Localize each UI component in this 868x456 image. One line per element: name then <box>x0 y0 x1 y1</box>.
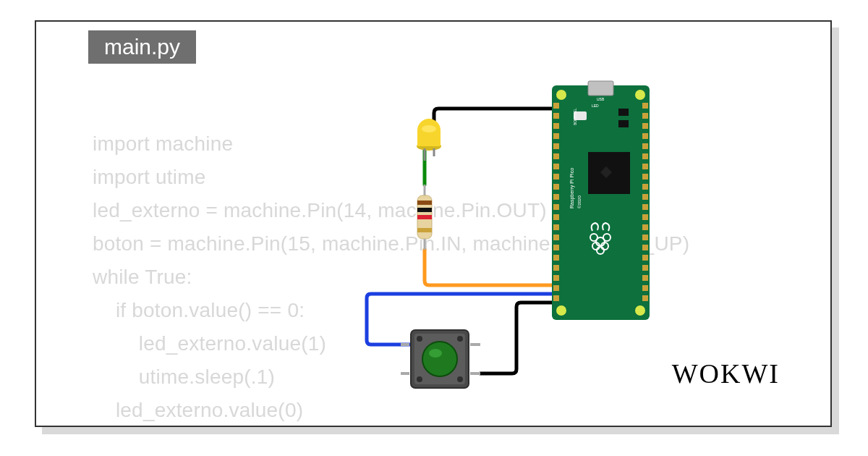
svg-rect-28 <box>642 123 648 129</box>
svg-rect-36 <box>642 204 648 210</box>
code-line-5: while True: <box>93 266 192 288</box>
code-line-9: led_externo.value(0) <box>93 399 303 421</box>
svg-rect-1 <box>588 81 613 96</box>
svg-rect-20 <box>553 245 559 250</box>
svg-rect-44 <box>642 285 648 291</box>
svg-point-78 <box>417 336 422 342</box>
svg-rect-43 <box>642 275 648 281</box>
raspberry-pi-pico[interactable]: Raspberry Pi Pico ©2020 BOOTSEL LED USB <box>552 81 650 320</box>
svg-text:LED: LED <box>592 104 599 108</box>
push-button[interactable] <box>401 330 480 388</box>
svg-rect-48 <box>618 120 629 127</box>
svg-point-79 <box>457 336 463 342</box>
wire-black-btn <box>480 303 552 373</box>
svg-rect-18 <box>553 224 559 230</box>
brand-text: WOKWI <box>672 358 780 389</box>
brand-logo: WOKWI <box>672 358 780 389</box>
code-line-2: import utime <box>93 166 205 188</box>
svg-point-80 <box>417 376 422 382</box>
svg-point-84 <box>429 349 442 358</box>
svg-rect-21 <box>553 255 559 261</box>
file-tab[interactable]: main.py <box>88 30 196 64</box>
svg-rect-34 <box>642 184 648 190</box>
wire-orange-gp14 <box>425 250 552 285</box>
svg-rect-38 <box>642 224 648 230</box>
svg-rect-8 <box>553 123 559 129</box>
filename-label: main.py <box>104 35 180 59</box>
svg-rect-13 <box>553 174 559 180</box>
yellow-led[interactable] <box>417 119 441 161</box>
svg-rect-68 <box>417 208 432 212</box>
svg-text:BOOTSEL: BOOTSEL <box>573 108 577 125</box>
svg-point-81 <box>457 376 463 382</box>
svg-point-3 <box>635 90 645 100</box>
svg-rect-25 <box>553 295 559 301</box>
code-line-7: led_externo.value(1) <box>93 332 326 355</box>
svg-rect-30 <box>642 143 648 149</box>
svg-rect-32 <box>642 164 648 169</box>
svg-rect-70 <box>417 228 432 232</box>
svg-rect-16 <box>553 204 559 210</box>
svg-text:USB: USB <box>597 97 605 101</box>
svg-rect-26 <box>642 103 648 109</box>
svg-text:Raspberry Pi Pico: Raspberry Pi Pico <box>569 168 575 208</box>
svg-rect-47 <box>618 109 629 116</box>
svg-point-4 <box>556 305 566 316</box>
svg-rect-31 <box>642 153 648 159</box>
svg-rect-17 <box>553 214 559 220</box>
svg-rect-0 <box>552 85 650 320</box>
resistor[interactable] <box>417 185 432 250</box>
svg-rect-6 <box>553 103 559 109</box>
svg-rect-9 <box>553 133 559 139</box>
svg-rect-33 <box>642 174 648 180</box>
svg-rect-69 <box>417 215 432 219</box>
svg-text:©2020: ©2020 <box>577 195 582 208</box>
svg-rect-35 <box>642 194 648 200</box>
svg-rect-27 <box>642 113 648 119</box>
svg-rect-29 <box>642 133 648 139</box>
svg-rect-24 <box>553 285 559 291</box>
code-line-6: if boton.value() == 0: <box>93 299 305 321</box>
circuit-diagram: Raspberry Pi Pico ©2020 BOOTSEL LED USB <box>326 80 731 398</box>
svg-point-2 <box>556 90 566 100</box>
svg-rect-14 <box>553 184 559 190</box>
svg-rect-15 <box>553 194 559 200</box>
code-line-8: utime.sleep(.1) <box>93 366 275 388</box>
svg-point-62 <box>422 125 436 132</box>
svg-point-5 <box>635 305 645 316</box>
svg-rect-10 <box>553 143 559 149</box>
svg-rect-12 <box>553 164 559 169</box>
svg-rect-11 <box>553 153 559 159</box>
svg-rect-23 <box>553 275 559 281</box>
svg-rect-7 <box>553 113 559 119</box>
wire-black-gnd <box>434 109 552 141</box>
svg-rect-37 <box>642 214 648 220</box>
svg-rect-39 <box>642 235 648 240</box>
svg-rect-42 <box>642 265 648 271</box>
svg-rect-67 <box>417 200 432 205</box>
svg-rect-41 <box>642 255 648 261</box>
svg-rect-22 <box>553 265 559 271</box>
svg-rect-45 <box>642 295 648 301</box>
code-line-1: import machine <box>93 132 233 155</box>
svg-rect-40 <box>642 245 648 250</box>
main-card: main.py import machine import utime led_… <box>35 20 832 427</box>
svg-rect-19 <box>553 235 559 240</box>
